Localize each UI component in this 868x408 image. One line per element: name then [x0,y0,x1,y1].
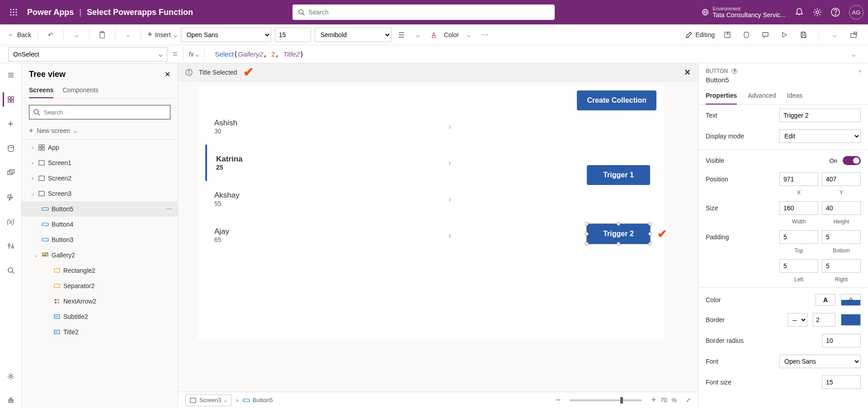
notifications-icon[interactable] [795,8,804,17]
fit-screen-icon[interactable]: ⤢ [686,397,691,403]
variables-icon[interactable]: (x) [4,214,18,229]
prop-width-input[interactable] [779,201,818,215]
insert-button[interactable]: + Insert ⌵ [147,30,177,39]
prop-x-input[interactable] [779,172,818,186]
tab-screens[interactable]: Screens [29,83,53,98]
hamburger-icon[interactable] [4,68,18,82]
chevron-right-icon[interactable]: › [30,145,35,150]
tab-components[interactable]: Components [62,83,98,98]
tree-node-rectangle2[interactable]: Rectangle2 [22,263,178,278]
publish-icon[interactable] [847,28,860,41]
zoom-out-icon[interactable]: − [556,395,561,405]
search-rail-icon[interactable] [4,263,18,278]
canvas-screen[interactable]: Create Collection Ashish 30 › Katrina 25… [198,86,664,339]
border-style-select[interactable]: — [788,313,807,327]
app-launcher-icon[interactable] [5,9,23,16]
prop-visible-toggle[interactable] [843,156,861,165]
help-icon[interactable] [831,8,840,17]
prop-height-input[interactable] [822,201,861,215]
control-name[interactable]: Button5 [698,76,868,87]
tree-node-gallery2[interactable]: ⌵ Gallery2 [22,247,178,263]
chevron-right-icon[interactable]: › [448,231,451,240]
global-search[interactable] [292,5,555,20]
color-chevron-icon[interactable]: ⌵ [462,28,475,41]
paste-chevron-icon[interactable]: ⌵ [122,28,134,41]
insert-rail-icon[interactable]: + [4,117,18,131]
tree-node-button3[interactable]: Button3 [22,232,178,247]
comments-icon[interactable] [759,28,772,41]
expand-formula-icon[interactable]: ⌵ [847,48,860,61]
fill-color-swatch[interactable] [841,294,861,306]
tree-node-separator2[interactable]: Separator2 [22,278,178,294]
tab-advanced[interactable]: Advanced [748,87,776,104]
undo-icon[interactable]: ↶ [44,28,57,41]
user-avatar[interactable]: AG [849,5,863,19]
prop-y-input[interactable] [822,172,861,186]
tab-properties[interactable]: Properties [706,87,737,104]
share-icon[interactable] [721,28,734,41]
chevron-down-icon[interactable]: ⌵ [30,191,35,197]
trigger1-button[interactable]: Trigger 1 [587,165,650,185]
undo-chevron-icon[interactable]: ⌵ [70,28,83,41]
gallery-item[interactable]: Ashish 30 › [205,109,463,145]
chevron-right-icon[interactable]: › [859,68,861,74]
chevron-right-icon[interactable]: › [30,160,35,166]
chevron-right-icon[interactable]: › [448,195,451,204]
gallery-item[interactable]: Ajay 65 › [205,217,463,253]
gallery-control[interactable]: Ashish 30 › Katrina 25 › Akshay 55 › [205,109,463,253]
chevron-right-icon[interactable]: › [30,176,35,181]
virtual-agent-icon[interactable] [4,394,18,408]
tab-ideas[interactable]: Ideas [787,87,802,104]
tree-search[interactable] [29,105,170,119]
save-chevron-icon[interactable]: ⌵ [828,28,841,41]
tree-node-screen3[interactable]: ⌵ Screen3 [22,186,178,201]
align-icon[interactable] [395,28,408,41]
media-icon[interactable] [4,166,18,180]
trigger2-button[interactable]: Trigger 2 [587,224,650,244]
tree-node-screen2[interactable]: › Screen2 [22,171,178,186]
chevron-right-icon[interactable]: › [448,158,451,168]
prop-pad-bottom-input[interactable] [822,230,861,244]
power-automate-icon[interactable] [4,190,18,204]
border-width-input[interactable] [813,313,835,327]
advanced-tools-icon[interactable] [4,239,18,253]
font-size-input[interactable] [275,28,311,42]
tree-node-app[interactable]: › App [22,140,178,155]
more-icon[interactable]: ⋯ [166,205,173,213]
back-button[interactable]: ← Back [8,31,31,38]
formula-input[interactable]: Select(Gallery2, 2, Title2) [210,50,842,58]
zoom-in-icon[interactable]: + [651,395,656,405]
paste-icon[interactable] [96,28,108,41]
chevron-down-icon[interactable]: ⌵ [33,252,39,258]
align-chevron-icon[interactable]: ⌵ [411,28,424,41]
prop-pad-top-input[interactable] [779,230,818,244]
prop-pad-left-input[interactable] [779,259,818,273]
property-select[interactable]: OnSelect ⌵ [8,47,167,62]
font-color-swatch[interactable]: A [816,294,835,306]
gallery-item[interactable]: Akshay 55 › [205,181,463,217]
zoom-slider[interactable] [570,399,642,401]
font-size-input[interactable] [822,375,861,389]
breadcrumb-screen[interactable]: Screen3 ⌵ [185,394,231,406]
tree-search-input[interactable] [44,109,166,116]
font-select[interactable]: Open Sans [779,355,861,368]
checker-icon[interactable] [740,28,753,41]
color-label[interactable]: Color [444,31,459,38]
tree-node-subtitle2[interactable]: Subtitle2 [22,309,178,324]
help-icon[interactable]: ? [731,68,737,74]
create-collection-button[interactable]: Create Collection [577,90,656,110]
tree-node-screen1[interactable]: › Screen1 [22,155,178,171]
preview-icon[interactable] [778,28,791,41]
close-notification-icon[interactable]: ✕ [684,67,691,77]
font-select[interactable]: Open Sans [181,28,271,42]
border-color-swatch[interactable] [841,314,861,326]
search-input[interactable] [308,9,549,16]
environment-picker[interactable]: Environment Tata Consultancy Servic... [702,6,786,19]
more-icon[interactable]: ⋯ [479,28,491,41]
editing-mode-button[interactable]: Editing [685,31,715,38]
tree-node-title2[interactable]: Title2 [22,324,178,340]
tree-view-icon[interactable] [3,92,17,107]
save-icon[interactable] [797,28,810,41]
breadcrumb-control[interactable]: Button5 [243,397,273,404]
prop-displaymode-select[interactable]: Edit [779,129,861,143]
